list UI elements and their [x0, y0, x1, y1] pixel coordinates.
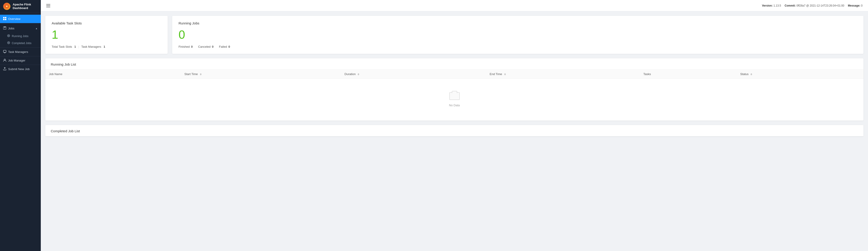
version-label: Version:	[762, 4, 773, 7]
sidebar-item-completed-jobs[interactable]: Completed Jobs	[0, 40, 41, 46]
jobs-section: Jobs ▲ Running Jobs	[0, 23, 41, 47]
task-slots-stats: Total Task Slots 1 | Task Managers 1	[52, 45, 161, 48]
svg-point-16	[4, 59, 5, 60]
col-job-name[interactable]: Job Name	[45, 70, 181, 79]
running-jobs-card: Running Jobs 0 Finished 0 Canceled 0 Fai…	[172, 16, 864, 54]
topbar-right: Version: 1.13.5 Commit: 0ff28a7 @ 2021-1…	[762, 4, 863, 7]
no-data-cell: No Data	[45, 79, 864, 121]
canceled-value: 0	[212, 45, 213, 48]
svg-point-12	[8, 42, 9, 43]
failed-stat: Failed 0	[219, 45, 230, 48]
jobs-label: Jobs	[8, 27, 14, 30]
running-job-list-section: Running Job List Job Name Start Time	[45, 58, 864, 120]
canceled-stat: Canceled 0	[198, 45, 213, 48]
version-value: 1.13.5	[774, 4, 781, 7]
sidebar-item-overview[interactable]: Overview	[0, 15, 41, 23]
topbar: Version: 1.13.5 Commit: 0ff28a7 @ 2021-1…	[41, 0, 868, 11]
col-status[interactable]: Status	[737, 70, 864, 79]
jobs-chevron-icon: ▲	[35, 27, 38, 30]
sidebar-item-running-jobs[interactable]: Running Jobs	[0, 33, 41, 40]
col-duration[interactable]: Duration	[341, 70, 486, 79]
finished-value: 0	[191, 45, 193, 48]
running-jobs-stats: Finished 0 Canceled 0 Failed 0	[179, 45, 857, 48]
running-jobs-title: Running Jobs	[179, 21, 857, 25]
svg-point-2	[6, 6, 7, 7]
submit-new-job-label: Submit New Job	[8, 67, 30, 71]
sidebar-item-job-manager[interactable]: Job Manager	[0, 56, 41, 65]
finished-stat: Finished 0	[179, 45, 193, 48]
running-job-table: Job Name Start Time Duration	[45, 70, 864, 120]
commit-value: 0ff28a7 @ 2021-12-14T23:26:04+01:00	[797, 4, 844, 7]
start-time-sort-icon	[200, 73, 202, 75]
content-area: Available Task Slots 1 Total Task Slots …	[41, 11, 868, 251]
job-manager-icon	[3, 59, 6, 62]
available-task-slots-value: 1	[52, 29, 161, 40]
no-data-icon	[449, 92, 460, 101]
no-data-text: No Data	[50, 104, 859, 107]
svg-rect-3	[3, 17, 4, 18]
overview-icon	[3, 17, 6, 21]
jobs-group-header[interactable]: Jobs ▲	[0, 24, 41, 33]
completed-jobs-label: Completed Jobs	[12, 42, 31, 45]
col-end-time[interactable]: End Time	[486, 70, 640, 79]
sidebar: Apache Flink Dashboard Overview	[0, 0, 41, 251]
completed-jobs-icon	[7, 41, 10, 45]
commit-label: Commit:	[785, 4, 796, 7]
finished-label: Finished	[179, 45, 190, 48]
running-jobs-value: 0	[179, 29, 857, 40]
total-task-slots-value: 1	[74, 45, 76, 48]
topbar-left	[46, 4, 50, 7]
task-managers-icon	[3, 50, 6, 54]
task-managers-label: Task Managers	[8, 50, 28, 53]
submit-job-icon	[3, 67, 6, 71]
task-managers-stat-label: Task Managers	[81, 45, 101, 48]
running-jobs-icon	[7, 34, 10, 38]
sidebar-item-task-managers[interactable]: Task Managers	[0, 47, 41, 56]
no-data-row: No Data	[45, 79, 864, 121]
end-time-sort-icon	[504, 73, 506, 75]
failed-value: 0	[228, 45, 230, 48]
cards-row: Available Task Slots 1 Total Task Slots …	[45, 16, 864, 54]
running-job-list-title: Running Job List	[45, 58, 864, 70]
duration-sort-icon	[358, 73, 359, 75]
sidebar-item-submit-new-job[interactable]: Submit New Job	[0, 65, 41, 73]
svg-point-10	[8, 35, 9, 36]
jobs-icon	[3, 27, 6, 30]
svg-rect-13	[3, 50, 6, 52]
svg-rect-5	[3, 19, 4, 20]
main-content: Version: 1.13.5 Commit: 0ff28a7 @ 2021-1…	[41, 0, 868, 251]
svg-rect-4	[5, 17, 6, 18]
message-label: Message:	[848, 4, 860, 7]
hamburger-icon[interactable]	[46, 4, 50, 7]
sidebar-header: Apache Flink Dashboard	[0, 0, 41, 13]
stats-divider: |	[78, 45, 79, 48]
overview-label: Overview	[8, 17, 21, 21]
message-value: 0	[861, 4, 863, 7]
task-managers-stat-value: 1	[103, 45, 105, 48]
job-manager-label: Job Manager	[8, 59, 25, 62]
available-task-slots-title: Available Task Slots	[52, 21, 161, 25]
total-task-slots-label: Total Task Slots	[52, 45, 72, 48]
running-jobs-label: Running Jobs	[12, 35, 28, 38]
available-task-slots-card: Available Task Slots 1 Total Task Slots …	[45, 16, 168, 54]
canceled-label: Canceled	[198, 45, 211, 48]
col-start-time[interactable]: Start Time	[181, 70, 341, 79]
completed-job-list-section: Completed Job List	[45, 125, 864, 136]
app-logo	[3, 3, 10, 10]
col-tasks[interactable]: Tasks	[640, 70, 736, 79]
svg-rect-6	[5, 19, 6, 20]
completed-job-list-title: Completed Job List	[45, 125, 864, 136]
app-title: Apache Flink Dashboard	[13, 3, 38, 10]
status-sort-icon	[750, 73, 752, 75]
sidebar-nav: Overview Jobs ▲	[0, 13, 41, 75]
failed-label: Failed	[219, 45, 227, 48]
